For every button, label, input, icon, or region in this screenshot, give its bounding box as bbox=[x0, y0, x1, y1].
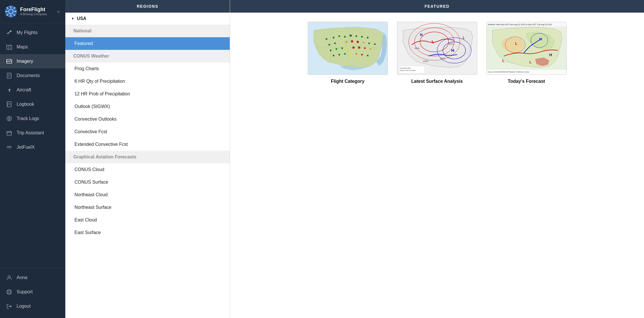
svg-point-43 bbox=[338, 35, 340, 37]
region-item-prog-charts[interactable]: Prog Charts bbox=[65, 62, 230, 75]
svg-point-59 bbox=[335, 48, 337, 50]
plane-icon bbox=[6, 29, 13, 36]
svg-point-71 bbox=[361, 54, 363, 56]
svg-point-48 bbox=[367, 37, 368, 38]
svg-text:H: H bbox=[539, 37, 542, 41]
region-item-featured[interactable]: Featured bbox=[65, 37, 230, 50]
svg-text:H: H bbox=[451, 48, 454, 53]
region-item-northeast-surface[interactable]: Northeast Surface bbox=[65, 201, 230, 214]
region-item-conus-surface[interactable]: CONUS Surface bbox=[65, 176, 230, 189]
tracklogs-icon bbox=[6, 115, 13, 122]
svg-rect-25 bbox=[7, 131, 11, 135]
svg-point-52 bbox=[345, 41, 347, 43]
svg-point-41 bbox=[325, 38, 327, 40]
svg-rect-18 bbox=[7, 102, 8, 106]
region-item-6hr-precip[interactable]: 6 HR Qty of Precipitation bbox=[65, 75, 230, 88]
flight-category-image bbox=[308, 22, 388, 75]
support-icon bbox=[6, 288, 13, 295]
user-icon bbox=[6, 274, 13, 281]
sidebar-item-support[interactable]: Support bbox=[0, 285, 65, 299]
svg-point-31 bbox=[8, 291, 10, 293]
region-item-convective-outlooks[interactable]: Convective Outlooks bbox=[65, 113, 230, 125]
logout-icon bbox=[6, 303, 13, 310]
sidebar-item-label: Documents bbox=[17, 73, 40, 78]
collapse-button[interactable]: « bbox=[56, 8, 61, 15]
surface-analysis-label: Latest Surface Analysis bbox=[411, 79, 463, 84]
content-area: REGIONS ▼ USA National Featured CONUS We bbox=[65, 0, 644, 318]
national-section-label: National bbox=[65, 25, 230, 37]
usa-group-label: USA bbox=[77, 16, 87, 21]
regions-panel-header: REGIONS bbox=[65, 0, 230, 13]
app-sub: A Boeing Company bbox=[20, 12, 47, 16]
svg-point-54 bbox=[356, 41, 359, 43]
region-item-convective-fcst[interactable]: Convective Fcst bbox=[65, 125, 230, 138]
region-item-outlook-sigwx[interactable]: Outlook (SIGWX) bbox=[65, 100, 230, 113]
sidebar-item-maps[interactable]: Maps bbox=[0, 40, 65, 54]
featured-card-surface-analysis[interactable]: L H H L 1016 1021 1014 bbox=[397, 22, 477, 84]
region-item-extended-convective-fcst[interactable]: Extended Convective Fcst bbox=[65, 138, 230, 151]
todays-forecast-label: Today's Forecast bbox=[508, 79, 545, 84]
region-item-northeast-cloud[interactable]: Northeast Cloud bbox=[65, 189, 230, 201]
svg-text:1021: 1021 bbox=[448, 43, 453, 45]
svg-rect-17 bbox=[7, 102, 11, 107]
sidebar-item-track-logs[interactable]: Track Logs bbox=[0, 111, 65, 126]
sidebar-item-jetfuelx[interactable]: JetFuelX bbox=[0, 140, 65, 154]
surface-analysis-image: L H H L 1016 1021 1014 bbox=[397, 22, 477, 75]
region-item-12hr-precip[interactable]: 12 HR Prob of Precipitation bbox=[65, 88, 230, 100]
featured-panel-header: FEATURED bbox=[230, 0, 644, 13]
sidebar-item-imagery[interactable]: Imagery bbox=[0, 54, 65, 68]
sidebar-item-trip-assistant[interactable]: Trip Assistant bbox=[0, 126, 65, 140]
sidebar-item-my-flights[interactable]: My Flights bbox=[0, 25, 65, 40]
sidebar-item-label: Logout bbox=[17, 304, 31, 309]
svg-text:L: L bbox=[515, 41, 517, 46]
sidebar-item-label: Aircraft bbox=[17, 87, 31, 93]
svg-point-51 bbox=[340, 42, 341, 43]
logo-text: ForeFlight A Boeing Company bbox=[20, 7, 47, 16]
svg-text:H: H bbox=[549, 53, 552, 57]
featured-card-flight-category[interactable]: Flight Category bbox=[308, 22, 388, 84]
svg-point-42 bbox=[333, 37, 334, 38]
foreflight-logo-icon bbox=[5, 5, 17, 18]
svg-text:1018: 1018 bbox=[423, 60, 428, 62]
svg-text:L: L bbox=[463, 36, 465, 40]
todays-forecast-image: Weather Valid 6am EDT Mon Aug 22 2022 to… bbox=[486, 22, 567, 75]
region-item-east-cloud[interactable]: East Cloud bbox=[65, 214, 230, 226]
svg-point-69 bbox=[349, 53, 352, 55]
svg-text:VALID: AUG 22 2022: VALID: AUG 22 2022 bbox=[399, 70, 415, 71]
svg-text:L: L bbox=[529, 60, 531, 64]
featured-cards: Flight Category bbox=[308, 22, 567, 84]
svg-point-62 bbox=[352, 46, 354, 49]
usa-group-header[interactable]: ▼ USA bbox=[65, 13, 230, 25]
svg-point-46 bbox=[355, 35, 357, 37]
featured-panel: FEATURED bbox=[230, 0, 644, 318]
sidebar-item-label: JetFuelX bbox=[17, 145, 35, 150]
sidebar-item-aircraft[interactable]: Aircraft bbox=[0, 83, 65, 97]
featured-card-todays-forecast[interactable]: Weather Valid 6am EDT Mon Aug 22 2022 to… bbox=[486, 22, 567, 84]
sidebar-item-logout[interactable]: Logout bbox=[0, 299, 65, 313]
sidebar-item-logbook[interactable]: Logbook bbox=[0, 97, 65, 111]
logo-area: ForeFlight A Boeing Company « bbox=[0, 0, 65, 23]
svg-point-45 bbox=[349, 34, 352, 37]
svg-point-49 bbox=[328, 44, 330, 46]
region-item-east-surface[interactable]: East Surface bbox=[65, 226, 230, 239]
svg-text:1014: 1014 bbox=[440, 57, 445, 60]
main-area: REGIONS ▼ USA National Featured CONUS We bbox=[65, 0, 644, 318]
sidebar-item-label: Support bbox=[17, 289, 33, 295]
graphical-aviation-section-label: Graphical Aviation Forecasts bbox=[65, 151, 230, 163]
svg-point-60 bbox=[341, 47, 343, 49]
svg-point-72 bbox=[367, 55, 368, 56]
jetfuel-icon bbox=[6, 144, 13, 151]
sidebar-item-label: My Flights bbox=[17, 30, 38, 35]
svg-point-55 bbox=[362, 42, 364, 43]
imagery-icon bbox=[6, 58, 13, 65]
svg-point-58 bbox=[330, 50, 331, 51]
regions-list[interactable]: ▼ USA National Featured CONUS Weather bbox=[65, 13, 230, 318]
svg-text:L: L bbox=[431, 40, 434, 44]
featured-content: Flight Category bbox=[230, 13, 644, 93]
sidebar-item-documents[interactable]: Documents bbox=[0, 68, 65, 83]
sidebar-item-label: Imagery bbox=[17, 59, 33, 64]
app-name: ForeFlight bbox=[20, 7, 47, 13]
region-item-conus-cloud[interactable]: CONUS Cloud bbox=[65, 163, 230, 176]
sidebar-item-anna[interactable]: Anna bbox=[0, 270, 65, 285]
flight-category-label: Flight Category bbox=[331, 79, 364, 84]
